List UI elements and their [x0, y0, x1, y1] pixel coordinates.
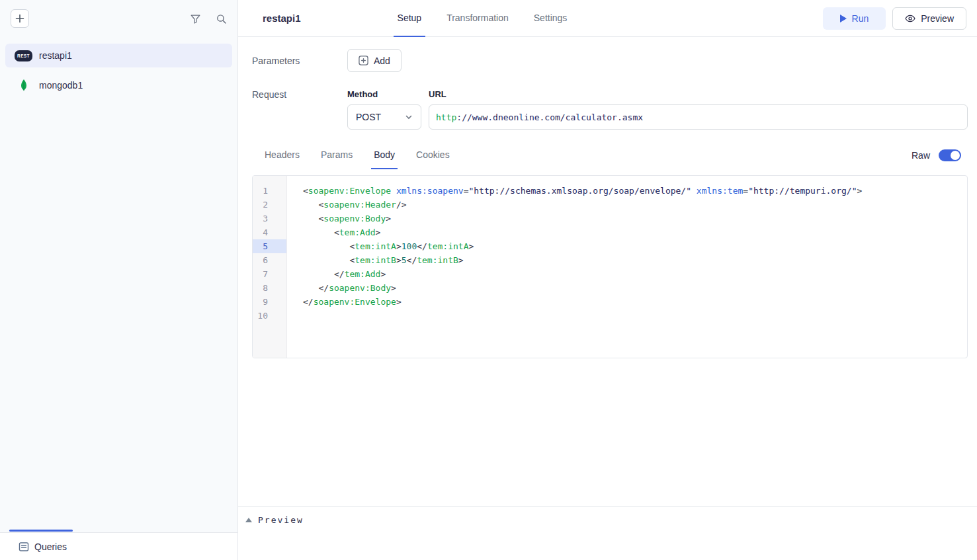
query-title: restapi1 [263, 13, 301, 24]
query-name: mongodb1 [39, 80, 83, 91]
sidebar-toolbar [0, 0, 237, 37]
editor-code[interactable]: <soapenv:Envelope xmlns:soapenv="http://… [287, 176, 967, 358]
code-line[interactable]: <tem:Add> [303, 225, 967, 239]
editor-gutter: 12345678910 [253, 176, 287, 358]
query-header-tabs: Setup Transformation Settings [394, 0, 572, 36]
line-number: 2 [253, 198, 286, 212]
line-number: 5 [253, 239, 286, 253]
main-panel: restapi1 Setup Transformation Settings R… [238, 0, 977, 560]
tab-headers[interactable]: Headers [262, 144, 302, 169]
raw-label: Raw [912, 150, 930, 161]
eye-icon [905, 13, 915, 24]
parameters-row: Parameters Add [252, 49, 968, 72]
preview-button[interactable]: Preview [892, 7, 966, 30]
search-icon[interactable] [216, 13, 227, 24]
line-number: 7 [253, 267, 286, 281]
play-icon [840, 15, 847, 22]
tab-body[interactable]: Body [371, 144, 398, 169]
code-line[interactable]: <soapenv:Header/> [303, 198, 967, 212]
code-line[interactable]: <tem:intA>100</tem:intA> [303, 239, 967, 253]
method-select[interactable]: POST [347, 104, 421, 130]
plus-icon [15, 14, 24, 23]
active-tab-indicator [9, 530, 73, 532]
line-number: 9 [253, 295, 286, 309]
plus-square-icon [359, 56, 368, 65]
raw-toggle-knob [951, 151, 960, 160]
tab-settings[interactable]: Settings [530, 0, 572, 37]
raw-toggle-group: Raw [912, 149, 968, 169]
method-label: Method [347, 89, 421, 99]
sidebar-item-mongodb1[interactable]: mongodb1 [5, 73, 232, 97]
add-parameter-label: Add [374, 56, 390, 66]
url-column: URL http://www.dneonline.com/calculator.… [429, 89, 968, 130]
line-number: 6 [253, 253, 286, 267]
code-line[interactable]: </soapenv:Envelope> [303, 295, 967, 309]
sidebar-item-restapi1[interactable]: REST restapi1 [5, 44, 232, 67]
preview-panel-label: Preview [258, 515, 304, 525]
sidebar-bottom-bar: Queries [0, 532, 237, 560]
setup-content: Parameters Add Request Method POST URL [238, 37, 977, 358]
sidebar-toolbar-icons [190, 13, 227, 24]
code-line[interactable]: <tem:intB>5</tem:intB> [303, 253, 967, 267]
url-input[interactable]: http://www.dneonline.com/calculator.asmx [429, 104, 968, 130]
app: REST restapi1 mongodb1 Queries restapi1 [0, 0, 977, 560]
url-value-rest: ://www.dneonline.com/calculator.asmx [456, 112, 643, 122]
new-query-button[interactable] [11, 9, 29, 28]
chevron-down-icon [405, 113, 413, 121]
code-line[interactable]: </tem:Add> [303, 267, 967, 281]
add-parameter-button[interactable]: Add [347, 49, 402, 72]
filter-icon[interactable] [190, 13, 201, 24]
method-column: Method POST [347, 89, 421, 130]
line-number: 4 [253, 225, 286, 239]
parameters-label: Parameters [252, 56, 347, 66]
tab-params[interactable]: Params [318, 144, 355, 169]
code-editor[interactable]: 12345678910 <soapenv:Envelope xmlns:soap… [252, 175, 968, 358]
run-button[interactable]: Run [823, 7, 886, 30]
rest-api-icon: REST [15, 50, 32, 61]
method-value: POST [356, 112, 381, 122]
queries-tab[interactable]: Queries [19, 541, 67, 552]
code-line[interactable]: <soapenv:Body> [303, 212, 967, 225]
raw-toggle[interactable] [939, 149, 961, 161]
tab-cookies[interactable]: Cookies [413, 144, 452, 169]
url-label: URL [429, 89, 968, 99]
query-header: restapi1 Setup Transformation Settings R… [238, 0, 977, 37]
tab-transformation[interactable]: Transformation [443, 0, 513, 37]
request-body-tabs: Headers Params Body Cookies [262, 144, 452, 169]
request-row: Request Method POST URL http://www.dneon… [252, 89, 968, 130]
line-number: 3 [253, 212, 286, 225]
query-list: REST restapi1 mongodb1 [0, 37, 237, 97]
caret-up-icon [245, 518, 252, 522]
query-name: restapi1 [39, 50, 72, 61]
queries-icon [19, 541, 29, 552]
url-value-scheme: http [436, 112, 456, 122]
query-actions: Run Preview [823, 7, 966, 30]
run-button-label: Run [852, 13, 869, 24]
line-number: 10 [253, 309, 286, 323]
rest-api-icon-text: REST [15, 50, 32, 61]
code-line[interactable] [303, 309, 967, 323]
line-number: 8 [253, 281, 286, 295]
sidebar: REST restapi1 mongodb1 Queries [0, 0, 238, 560]
request-body-tabs-row: Headers Params Body Cookies Raw [252, 144, 968, 169]
preview-panel-header[interactable]: Preview [238, 506, 977, 533]
code-line[interactable]: </soapenv:Body> [303, 281, 967, 295]
code-line[interactable]: <soapenv:Envelope xmlns:soapenv="http://… [303, 184, 967, 198]
preview-button-label: Preview [921, 13, 954, 24]
line-number: 1 [253, 184, 286, 198]
mongodb-icon [15, 79, 32, 91]
tab-setup[interactable]: Setup [394, 0, 426, 37]
queries-tab-label: Queries [34, 541, 67, 552]
request-label: Request [252, 89, 347, 100]
